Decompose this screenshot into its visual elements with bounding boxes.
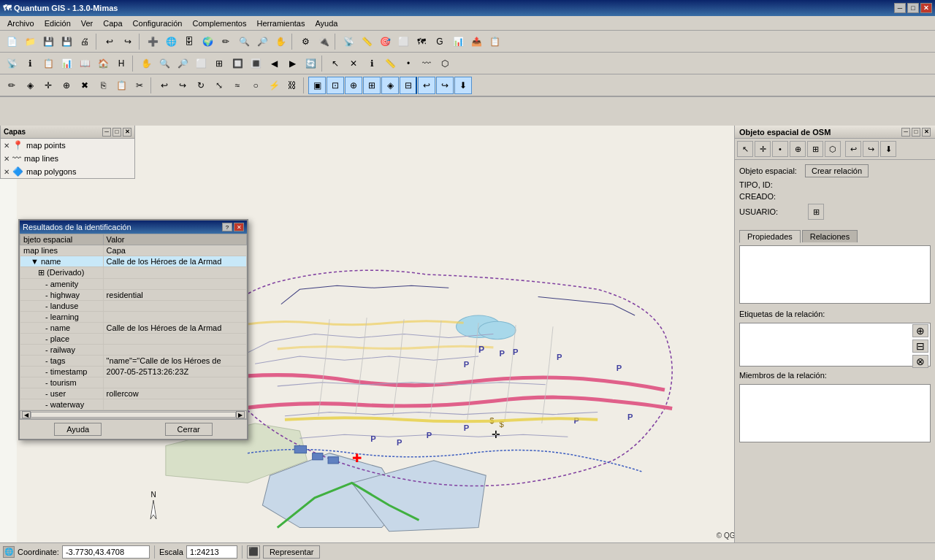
tab-relaciones[interactable]: Relaciones <box>802 230 858 242</box>
representar-button[interactable]: Representar <box>263 545 321 559</box>
identification-help-button[interactable]: ? <box>222 223 232 231</box>
chart-button[interactable]: 📊 <box>449 33 467 50</box>
add-db-button[interactable]: 🗄 <box>180 33 198 50</box>
zoom-in2-button[interactable]: 🔍 <box>156 55 173 72</box>
layers-minimize-button[interactable]: ─ <box>102 128 111 137</box>
export-button[interactable]: 📤 <box>468 33 485 50</box>
osm-usuario-edit-button[interactable]: ⊞ <box>808 204 824 220</box>
osm-edit2-button[interactable]: ⊡ <box>327 77 344 94</box>
identification-hscroll-thumb[interactable] <box>31 412 236 418</box>
plugins-button[interactable]: 🔌 <box>315 33 332 50</box>
point-tool[interactable]: • <box>400 55 417 72</box>
zoom-in-btn[interactable]: 🔍 <box>235 33 253 50</box>
menu-ver[interactable]: Ver <box>77 18 98 28</box>
menu-capa[interactable]: Capa <box>99 18 126 28</box>
etiquetas-edit-button[interactable]: ⊟ <box>912 340 928 353</box>
tile-button[interactable]: ⬜ <box>394 33 412 50</box>
select-tool[interactable]: ↖ <box>327 55 344 72</box>
prev-extent-button[interactable]: ◀ <box>265 55 283 72</box>
menu-complementos[interactable]: Complementos <box>188 18 251 28</box>
measure-button[interactable]: 📏 <box>358 33 375 50</box>
delete-button[interactable]: ✖ <box>76 77 94 94</box>
zoom-out2-button[interactable]: 🔎 <box>174 55 191 72</box>
osm-tool-7[interactable]: ↩ <box>845 141 861 157</box>
scale-button[interactable]: ⤡ <box>210 77 228 94</box>
paste-button[interactable]: 📋 <box>112 77 130 94</box>
settings-button[interactable]: ⚙ <box>297 33 314 50</box>
scroll-right-button[interactable]: ▶ <box>236 411 245 418</box>
osm-button[interactable]: 🗺 <box>413 33 430 50</box>
osm-tool-6[interactable]: ⬡ <box>825 141 841 157</box>
identification-ayuda-button[interactable]: Ayuda <box>54 423 102 436</box>
undo-button[interactable]: ↩ <box>101 33 118 50</box>
identification-scrollbar[interactable]: ◀ ▶ <box>20 410 247 419</box>
gdal-button[interactable]: G <box>431 33 449 50</box>
identification-close-button[interactable]: ✕ <box>234 223 244 231</box>
open-button[interactable]: 📁 <box>21 33 39 50</box>
osm-edit3-button[interactable]: ⊕ <box>345 77 362 94</box>
osm-tool-9[interactable]: ⬇ <box>880 141 896 157</box>
rotate-button[interactable]: ↻ <box>192 77 210 94</box>
book-button[interactable]: 📖 <box>76 55 94 72</box>
measure2-button[interactable]: 📏 <box>381 55 399 72</box>
new-project-button[interactable]: 📄 <box>3 33 20 50</box>
osm-maximize-button[interactable]: □ <box>912 128 920 137</box>
osm-tool-3[interactable]: • <box>772 141 788 157</box>
osm-edit8-button[interactable]: ↪ <box>436 77 454 94</box>
table-button[interactable]: 📋 <box>39 55 57 72</box>
layers-close-button[interactable]: ✕ <box>123 128 131 137</box>
osm-tool-4[interactable]: ⊕ <box>790 141 806 157</box>
add-wms-button[interactable]: 🌍 <box>199 33 216 50</box>
refresh-button[interactable]: 🔄 <box>302 55 319 72</box>
title-bar-controls[interactable]: ─ □ ✕ <box>894 3 932 13</box>
osm-header-buttons[interactable]: ─ □ ✕ <box>901 128 931 137</box>
osm-edit6-button[interactable]: ⊟ <box>400 77 417 94</box>
maximize-button[interactable]: □ <box>907 3 919 13</box>
undo2-button[interactable]: ↩ <box>156 77 173 94</box>
info-tool[interactable]: ℹ <box>363 55 381 72</box>
menu-herramientas[interactable]: Herramientas <box>252 18 309 28</box>
identify-button[interactable]: ℹ <box>21 55 39 72</box>
redo-button[interactable]: ↪ <box>119 33 137 50</box>
etiquetas-del-button[interactable]: ⊗ <box>912 355 928 368</box>
home-button[interactable]: 🏠 <box>94 55 112 72</box>
coordinate-button[interactable]: 🎯 <box>376 33 394 50</box>
simplify-button[interactable]: ≈ <box>229 77 246 94</box>
line-tool[interactable]: 〰 <box>418 55 435 72</box>
identification-cerrar-button[interactable]: Cerrar <box>165 423 213 436</box>
etiquetas-add-button[interactable]: ⊕ <box>912 324 928 337</box>
add-raster-button[interactable]: 🌐 <box>162 33 180 50</box>
ring-button[interactable]: ○ <box>247 77 264 94</box>
menu-configuracion[interactable]: Configuración <box>129 18 187 28</box>
copy-button[interactable]: ⎘ <box>94 77 112 94</box>
scroll-left-button[interactable]: ◀ <box>22 411 31 418</box>
zoom-layer-button[interactable]: 🔲 <box>229 55 246 72</box>
cut-button[interactable]: ✂ <box>131 77 148 94</box>
menu-edicion[interactable]: Edición <box>40 18 75 28</box>
identification-titlebar-buttons[interactable]: ? ✕ <box>222 223 244 231</box>
layers-header-buttons[interactable]: ─ □ ✕ <box>102 128 131 137</box>
layer-check-2[interactable]: ✕ <box>4 155 9 163</box>
gps-button[interactable]: 📡 <box>340 33 357 50</box>
zoom-select-button[interactable]: ⬜ <box>192 55 210 72</box>
create-relation-button[interactable]: Crear relación <box>805 164 869 177</box>
layer-check-3[interactable]: ✕ <box>4 168 9 176</box>
pan-button[interactable]: ✋ <box>272 33 289 50</box>
menu-ayuda[interactable]: Ayuda <box>310 18 342 28</box>
deselect-tool[interactable]: ✕ <box>345 55 362 72</box>
zoom-selection-button[interactable]: 🔳 <box>247 55 264 72</box>
osm-close-button[interactable]: ✕ <box>922 128 931 137</box>
save-as-button[interactable]: 💾 <box>58 33 75 50</box>
osm-tool-5[interactable]: ⊞ <box>807 141 823 157</box>
layer-map-points[interactable]: ✕ 📍 map points <box>1 139 134 152</box>
split-button[interactable]: ⚡ <box>265 77 283 94</box>
layer-map-polygons[interactable]: ✕ 🔷 map polygons <box>1 165 134 178</box>
report-button[interactable]: 📋 <box>486 33 503 50</box>
layer-map-lines[interactable]: ✕ 〰 map lines <box>1 152 134 165</box>
zoom-full-button[interactable]: ⊞ <box>210 55 228 72</box>
tab-propiedades[interactable]: Propiedades <box>739 230 801 243</box>
add-vector-button[interactable]: ➕ <box>144 33 161 50</box>
redo2-button[interactable]: ↪ <box>174 77 191 94</box>
menu-archivo[interactable]: Archivo <box>3 18 39 28</box>
next-extent-button[interactable]: ▶ <box>283 55 301 72</box>
